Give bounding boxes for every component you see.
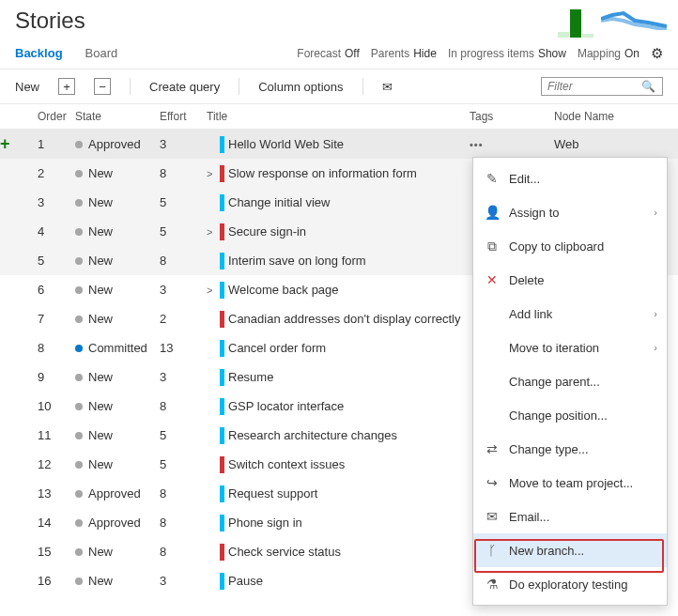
menu-assign-to[interactable]: 👤Assign to› (473, 195, 667, 229)
type-color-icon (220, 456, 224, 473)
menu-delete[interactable]: ✕Delete (473, 263, 667, 297)
menu-move-team-project[interactable]: ↪Move to team project... (473, 466, 667, 500)
menu-new-branch[interactable]: ᚴNew branch... (473, 533, 667, 567)
chevron-right-icon[interactable]: > (207, 285, 216, 296)
title-cell[interactable]: Change initial view (207, 194, 470, 211)
separator (362, 78, 363, 95)
table-row[interactable]: +1Approved3Hello World Web Site•••Web (0, 130, 678, 159)
add-icon[interactable]: + (58, 78, 75, 95)
state-dot-icon (75, 141, 83, 148)
menu-email[interactable]: ✉Email... (473, 500, 667, 533)
state-cell: New (75, 457, 160, 471)
effort-cell: 8 (160, 399, 207, 413)
order-cell: 9 (38, 370, 75, 384)
chevron-right-icon[interactable]: > (207, 168, 216, 179)
state-dot-icon (75, 548, 83, 556)
new-button[interactable]: New (15, 80, 39, 94)
flask-icon: ⚗ (485, 577, 500, 592)
type-color-icon (220, 427, 224, 444)
chevron-right-icon: › (654, 207, 657, 218)
state-cell: New (75, 283, 160, 297)
state-cell: New (75, 254, 160, 268)
state-cell: New (75, 370, 160, 384)
state-cell: New (75, 545, 160, 559)
effort-cell: 2 (160, 312, 207, 326)
tab-backlog[interactable]: Backlog (15, 38, 63, 69)
tab-board[interactable]: Board (85, 38, 118, 69)
menu-add-link[interactable]: Add link› (473, 297, 667, 331)
create-query-button[interactable]: Create query (149, 80, 220, 94)
node-cell: Web (554, 137, 667, 151)
effort-cell: 5 (160, 224, 207, 239)
title-cell[interactable]: GSP locator interface (207, 398, 470, 415)
person-icon: 👤 (485, 205, 500, 220)
pencil-icon: ✎ (485, 171, 500, 186)
remove-icon[interactable]: − (94, 78, 111, 95)
move-icon: ↪ (485, 475, 500, 490)
search-icon: 🔍 (641, 80, 655, 93)
state-dot-icon (75, 228, 83, 236)
state-cell: New (75, 574, 160, 588)
title-cell[interactable]: Check service status (207, 544, 470, 561)
gear-icon[interactable]: ⚙ (651, 45, 663, 62)
filter-box[interactable]: 🔍 (541, 77, 663, 96)
toggle-forecast[interactable]: Forecast Off (297, 47, 359, 60)
toggle-progress[interactable]: In progress items Show (448, 47, 566, 60)
order-cell: 14 (38, 516, 75, 530)
title-cell[interactable]: Resume (207, 369, 470, 386)
chevron-right-icon[interactable]: > (207, 226, 216, 238)
title-cell[interactable]: >Slow response on information form (207, 165, 470, 182)
title-cell[interactable]: >Secure sign-in (207, 223, 470, 240)
title-cell[interactable]: Phone sign in (207, 515, 470, 531)
menu-move-iteration[interactable]: Move to iteration› (473, 331, 667, 364)
grid-header: Order State Effort Title Tags Node Name (0, 104, 678, 130)
order-cell: 8 (38, 341, 75, 355)
title-cell[interactable]: Pause (207, 573, 470, 590)
title-cell[interactable]: Switch context issues (207, 456, 470, 473)
menu-copy-clipboard[interactable]: ⧉Copy to clipboard (473, 229, 667, 263)
effort-cell: 8 (160, 254, 207, 268)
state-cell: New (75, 399, 160, 413)
chevron-right-icon: › (654, 342, 657, 353)
menu-exploratory[interactable]: ⚗Do exploratory testing (473, 567, 667, 601)
type-color-icon (220, 194, 224, 211)
title-cell[interactable]: Cancel order form (207, 340, 470, 357)
add-item-icon[interactable]: + (0, 134, 10, 153)
toggle-parents[interactable]: Parents Hide (371, 47, 437, 60)
toggle-mapping[interactable]: Mapping On (578, 47, 639, 60)
state-cell: New (75, 166, 160, 180)
effort-cell: 3 (160, 370, 207, 384)
title-cell[interactable]: >Welcome back page (207, 282, 470, 299)
menu-edit[interactable]: ✎Edit... (473, 162, 667, 195)
order-cell: 13 (38, 486, 75, 500)
chevron-right-icon: › (654, 308, 657, 319)
title-cell[interactable]: Hello World Web Site (207, 136, 470, 153)
title-cell[interactable]: Interim save on long form (207, 253, 470, 270)
state-dot-icon (75, 199, 83, 207)
row-actions-icon[interactable]: ••• (470, 139, 484, 150)
state-cell: New (75, 224, 160, 239)
order-cell: 11 (38, 428, 75, 442)
type-color-icon (220, 282, 224, 299)
type-color-icon (220, 515, 224, 531)
order-cell: 3 (38, 195, 75, 209)
title-cell[interactable]: Canadian addresses don't display correct… (207, 311, 470, 328)
title-cell[interactable]: Research architecture changes (207, 427, 470, 444)
state-dot-icon (75, 257, 83, 265)
menu-change-type[interactable]: ⇄Change type... (473, 432, 667, 466)
state-cell: Approved (75, 137, 160, 151)
state-dot-icon (75, 432, 83, 439)
type-color-icon (220, 573, 224, 590)
filter-input[interactable] (547, 80, 641, 93)
state-dot-icon (75, 374, 83, 381)
effort-cell: 3 (160, 137, 207, 151)
mail-icon[interactable]: ✉ (382, 80, 393, 94)
state-cell: Approved (75, 516, 160, 530)
state-cell: New (75, 312, 160, 326)
menu-change-parent[interactable]: Change parent... (473, 364, 667, 398)
title-cell[interactable]: Request support (207, 485, 470, 502)
menu-change-position[interactable]: Change position... (473, 398, 667, 432)
effort-cell: 8 (160, 486, 207, 500)
type-icon: ⇄ (485, 441, 500, 456)
column-options-button[interactable]: Column options (258, 80, 343, 94)
